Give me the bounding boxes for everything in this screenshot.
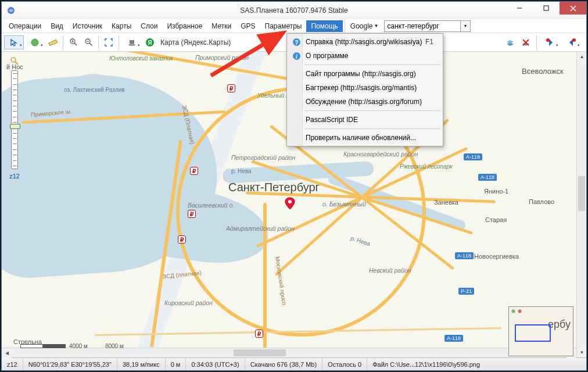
status-time: 0:34:03 (UTC+3)	[186, 358, 245, 370]
tool-remove-overlay[interactable]	[519, 35, 533, 49]
statusbar: z12 N60°01'29,83" E30°19'55,23" 38,19 м/…	[2, 357, 586, 370]
menu-item-pascalscript[interactable]: PascalScript IDE	[288, 113, 442, 127]
zoom-slider-thumb[interactable]	[10, 124, 20, 129]
menu-item-about[interactable]: i О программе	[288, 49, 442, 63]
svg-line-13	[89, 43, 92, 45]
search-dropdown-button[interactable]: ▾	[461, 20, 471, 32]
map-poi-marker[interactable]: ₽	[255, 330, 263, 338]
map-poi-marker[interactable]: ₽	[178, 235, 186, 244]
menu-separator	[304, 110, 440, 111]
status-downloaded: Скачано 676 (38,7 Mb)	[245, 358, 322, 370]
map-label: Красногвардейский район	[343, 151, 418, 158]
tool-yandex-icon[interactable]: Я	[143, 35, 157, 49]
minimap-dot-icon	[517, 309, 522, 314]
menu-params[interactable]: Параметры	[260, 20, 307, 32]
zoom-level-label: z12	[9, 173, 20, 180]
vertical-scrollbar[interactable]: ▲ ▼	[576, 52, 586, 357]
tool-fullscreen[interactable]	[102, 35, 116, 49]
search-provider[interactable]: Google ▼	[347, 20, 382, 32]
search-input[interactable]	[384, 20, 461, 32]
map-label: Василеевский о.	[188, 202, 234, 209]
menu-gps[interactable]: GPS	[236, 20, 260, 32]
menu-item-website[interactable]: Сайт программы (http://sasgis.org)	[288, 67, 442, 81]
svg-text:?: ?	[295, 39, 298, 45]
svg-point-22	[546, 38, 550, 42]
svg-line-9	[74, 43, 77, 45]
minimize-button[interactable]	[506, 2, 533, 15]
chevron-down-icon: ▾	[578, 43, 580, 48]
menu-favorites[interactable]: Избранное	[162, 20, 207, 32]
menu-item-help[interactable]: ? Справка (http://sasgis.org/wikisasiya)…	[288, 35, 442, 49]
map-label: Юнтоловский заказник	[109, 55, 173, 62]
map-label: Павлово	[529, 198, 554, 205]
svg-text:Я: Я	[148, 40, 152, 46]
minimap[interactable]: ербу	[508, 306, 573, 356]
menu-maps[interactable]: Карты	[107, 20, 136, 32]
menu-source[interactable]: Источник	[68, 20, 107, 32]
toolbar-separator	[119, 35, 119, 49]
map-route-label: А-118	[464, 153, 482, 160]
chevron-down-icon: ▼	[374, 23, 379, 28]
tool-marker-prev[interactable]: ▾	[540, 35, 560, 49]
svg-point-24	[572, 38, 576, 42]
menu-item-shortcut: F1	[425, 38, 433, 46]
scale-label-a: 4000 м	[69, 343, 88, 349]
minimap-text: ербу	[548, 319, 571, 331]
map-label: р. Нева	[350, 235, 371, 247]
map-label: оз. Лахтинский Разлив	[64, 87, 125, 93]
map-label: Кировский район	[164, 299, 213, 306]
map-label-city: Санкт-Петербург	[228, 181, 320, 194]
map-label: Петроградский район	[231, 154, 295, 161]
tool-download[interactable]: ▾	[122, 35, 142, 49]
menu-view[interactable]: Вид	[46, 20, 68, 32]
menu-help[interactable]: Помощь	[306, 20, 342, 32]
tool-zoom-in[interactable]	[66, 35, 80, 49]
map-search-pin[interactable]	[285, 197, 293, 208]
map-poi-marker[interactable]: ₽	[188, 210, 196, 218]
menu-item-bugtracker[interactable]: Багтрекер (http://sasgis.org/mantis)	[288, 81, 442, 95]
chevron-down-icon: ▾	[464, 23, 467, 28]
map-label: ЗСД (Платная)	[181, 105, 196, 145]
tool-layers1[interactable]	[503, 35, 517, 49]
map-label: Невский район	[369, 267, 411, 274]
maximize-button[interactable]	[533, 2, 560, 15]
status-coords: N60°01'29,83" E30°19'55,23"	[23, 358, 117, 370]
map-label: Приморское ш.	[31, 108, 72, 118]
menu-marks[interactable]: Метки	[207, 20, 236, 32]
menu-layers[interactable]: Слои	[136, 20, 162, 32]
menu-item-label: Справка (http://sasgis.org/wikisasiya)	[306, 38, 422, 46]
menu-item-check-updates[interactable]: Проверить наличие обновлений...	[288, 131, 442, 145]
menu-item-forum[interactable]: Обсуждение (http://sasgis.org/forum)	[288, 95, 442, 109]
close-button[interactable]	[560, 2, 586, 15]
tool-marker-next[interactable]: ▾	[562, 35, 582, 49]
tool-pointer[interactable]: ▾	[4, 35, 24, 49]
svg-rect-16	[130, 40, 134, 44]
map-label: ЗСД (платная)	[163, 270, 202, 280]
svg-rect-7	[49, 40, 58, 45]
map-source-label[interactable]: Карта (Яндекс.Карты)	[158, 38, 231, 46]
tool-zoom-out[interactable]	[81, 35, 95, 49]
scroll-up-button[interactable]: ▲	[577, 52, 587, 62]
zoom-search-icon[interactable]	[9, 55, 20, 67]
minimap-viewport-box[interactable]	[515, 324, 551, 342]
scroll-left-button[interactable]: ◀	[2, 348, 12, 358]
tool-ruler[interactable]	[46, 35, 60, 49]
toolbar-separator	[98, 35, 99, 49]
map-poi-marker[interactable]: ₽	[190, 167, 198, 175]
svg-point-29	[518, 310, 522, 313]
scroll-down-button[interactable]: ▼	[577, 348, 587, 357]
status-resolution: 38,19 м/пикс	[117, 358, 166, 370]
app-icon	[6, 6, 16, 15]
window-title: SAS.Планета 160707.9476 Stable	[240, 6, 347, 15]
menu-separator	[345, 19, 345, 33]
map-label: Ржевский лесопарк	[400, 163, 453, 170]
map-poi-marker[interactable]: ₽	[227, 84, 235, 92]
tool-globe[interactable]: ▾	[25, 35, 45, 49]
status-file: Файл C:\Use...12\1\x1196\0\y596.png	[367, 358, 586, 370]
menu-item-label: О программе	[306, 52, 348, 60]
minimap-dot-icon	[511, 309, 516, 314]
svg-point-28	[512, 310, 515, 313]
zoom-slider[interactable]	[11, 70, 18, 169]
help-menu-dropdown: ? Справка (http://sasgis.org/wikisasiya)…	[286, 33, 443, 146]
menu-operations[interactable]: Операции	[4, 20, 46, 32]
